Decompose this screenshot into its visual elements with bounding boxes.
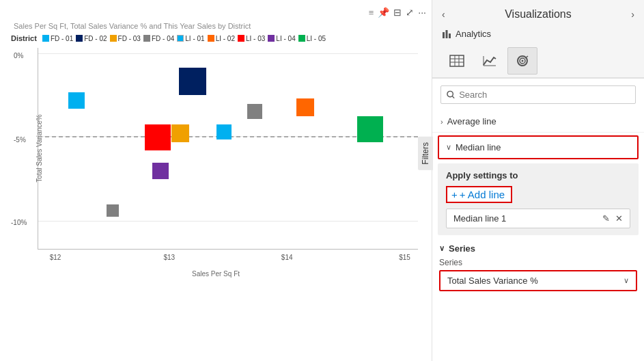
y-tick-10: -10% (11, 219, 27, 226)
legend-item-fd03: FD - 03 (110, 35, 141, 42)
right-panel: ‹ Visualizations › Analytics (432, 0, 644, 361)
search-box[interactable] (440, 85, 636, 104)
filter-icon[interactable]: ⊟ (393, 7, 402, 18)
prev-arrow[interactable]: ‹ (442, 9, 445, 20)
y-tick-5: -5% (14, 136, 26, 144)
svg-rect-2 (449, 34, 451, 38)
legend-item-li01: LI - 01 (177, 35, 204, 42)
legend-item-li05: LI - 05 (298, 35, 326, 42)
data-point-li03 (145, 124, 171, 150)
y-tick-0: 0% (14, 52, 23, 59)
series-chevron-icon: ∨ (439, 244, 445, 253)
grid-line-0 (38, 53, 418, 54)
viz-panel-title: Visualizations (505, 8, 572, 21)
data-point-fd02 (179, 68, 206, 95)
data-point-fd01 (68, 92, 85, 109)
x-tick-13: $13 (163, 254, 175, 261)
pin-icon[interactable]: 📌 (378, 7, 389, 18)
svg-line-15 (452, 96, 454, 98)
data-point-li04 (152, 163, 169, 179)
series-chevron-down-icon: ∨ (624, 276, 629, 285)
chart-title: Sales Per Sq Ft, Total Sales Variance % … (0, 19, 432, 33)
plus-icon: + (451, 189, 458, 200)
x-tick-15: $15 (399, 254, 410, 261)
series-section: ∨ Series Series Total Sales Variance % ∨ (432, 239, 644, 298)
data-point-li02 (296, 98, 314, 116)
chart-area: Total Sales Variance% 0% -5% -10% $12 $1… (38, 48, 418, 250)
series-section-label: Series (449, 243, 475, 254)
add-line-button[interactable]: + + Add line (446, 186, 512, 203)
legend-item-fd04: FD - 04 (143, 35, 174, 42)
y-axis-label: Total Sales Variance% (36, 114, 43, 182)
chart-panel: ≡ 📌 ⊟ ⤢ ··· Sales Per Sq Ft, Total Sales… (0, 0, 432, 361)
search-icon (447, 90, 455, 99)
median-line-item: Median line 1 ✎ ✕ (446, 209, 630, 228)
line-chart-icon-btn[interactable] (475, 47, 505, 75)
chart-legend: District FD - 01 FD - 02 FD - 03 FD - 04… (0, 33, 432, 44)
viz-panel-header: ‹ Visualizations › (432, 0, 644, 26)
legend-item-fd02: FD - 02 (76, 35, 107, 42)
search-input[interactable] (459, 90, 630, 100)
average-line-label: Average line (447, 116, 496, 126)
legend-item-li02: LI - 02 (208, 35, 235, 42)
bar-chart-small-icon (442, 29, 451, 39)
data-point-small (107, 204, 119, 217)
average-line-section[interactable]: › Average line (432, 111, 644, 133)
chart-toolbar: ≡ 📌 ⊟ ⤢ ··· (0, 5, 432, 19)
legend-item-fd01: FD - 01 (42, 35, 73, 42)
svg-rect-1 (446, 30, 448, 38)
chevron-down-icon: ∨ (446, 143, 451, 152)
svg-rect-0 (443, 32, 445, 38)
series-section-header: ∨ Series (439, 243, 637, 254)
svg-point-14 (447, 91, 453, 96)
drag-handle-icon[interactable]: ≡ (369, 8, 374, 18)
data-point-li01 (216, 124, 232, 139)
grid-line-10 (38, 221, 418, 222)
add-line-label: + Add line (460, 189, 505, 200)
expand-icon[interactable]: ⤢ (406, 7, 414, 18)
median-line-label: Median line (456, 142, 501, 152)
delete-icon[interactable]: ✕ (615, 213, 623, 224)
edit-icon[interactable]: ✎ (602, 213, 610, 224)
apply-settings-box: Apply settings to + + Add line Median li… (438, 163, 639, 235)
x-tick-12: $12 (50, 254, 61, 261)
legend-item-li03: LI - 03 (238, 35, 265, 42)
median-line-item-name: Median line 1 (453, 213, 506, 224)
analytics-chart-icon-btn[interactable] (507, 47, 537, 75)
viz-icons-row (432, 44, 644, 77)
apply-settings-label: Apply settings to (446, 170, 630, 180)
legend-label: District (11, 34, 37, 42)
x-axis-label: Sales Per Sq Ft (0, 270, 432, 278)
svg-rect-3 (450, 55, 464, 66)
legend-item-li04: LI - 04 (268, 35, 295, 42)
series-label: Series (439, 258, 637, 267)
next-arrow[interactable]: › (631, 9, 634, 20)
series-dropdown[interactable]: Total Sales Variance % ∨ (439, 270, 637, 291)
filters-tab[interactable]: Filters (418, 137, 433, 170)
more-options-icon[interactable]: ··· (418, 7, 426, 18)
data-point-fd03 (171, 124, 189, 142)
median-line-section[interactable]: ∨ Median line (438, 135, 639, 159)
analytics-tab: Analytics (432, 26, 644, 44)
x-tick-14: $14 (281, 254, 293, 261)
right-content: › Average line ∨ Median line Apply setti… (432, 77, 644, 361)
analytics-label: Analytics (456, 29, 491, 39)
chevron-right-icon: › (440, 118, 443, 126)
data-point-li05 (357, 116, 383, 142)
series-dropdown-value: Total Sales Variance % (447, 276, 538, 286)
median-line-actions: ✎ ✕ (602, 213, 623, 224)
svg-point-12 (522, 60, 524, 62)
table-icon-btn[interactable] (442, 47, 472, 75)
data-point-fd04 (247, 104, 262, 119)
